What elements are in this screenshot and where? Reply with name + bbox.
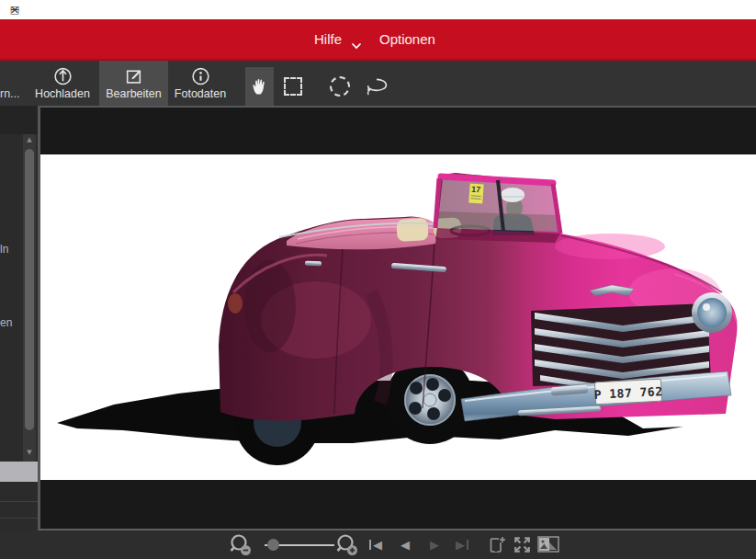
status-toolbar: ◀ ◀ ▶ ▶ <box>0 530 756 559</box>
car-seat <box>396 218 428 242</box>
next-image-button[interactable]: ▶ <box>430 538 439 552</box>
edit-label: Bearbeiten <box>106 87 161 100</box>
sidebar-item-clipped-2[interactable]: en <box>0 316 12 329</box>
upload-icon <box>53 66 73 86</box>
zoom-in-icon <box>334 532 360 557</box>
menu-item-optionen[interactable]: Optionen <box>379 31 435 47</box>
zoom-out-icon <box>228 532 254 557</box>
upload-button[interactable]: Hochladen <box>28 61 97 106</box>
sidebar-header <box>0 106 38 134</box>
info-icon <box>191 66 210 86</box>
sidebar-item-clipped-1[interactable]: ln <box>0 243 8 256</box>
image-canvas[interactable]: 17 <box>38 106 756 530</box>
tool-rect-select[interactable] <box>277 67 309 106</box>
sidebar-selected-row[interactable] <box>0 462 38 482</box>
sidebar-scrollbar-thumb[interactable] <box>25 149 34 430</box>
chevron-down-icon[interactable] <box>351 42 362 50</box>
compare-view-button[interactable] <box>537 536 560 553</box>
windshield-sticker: 17 <box>468 184 483 204</box>
sidebar: ln en ▲ ▼ <box>0 106 38 530</box>
close-icon: ✕ <box>10 4 19 17</box>
scroll-down-icon[interactable]: ▼ <box>23 449 36 456</box>
first-image-button[interactable]: ◀ <box>369 538 382 552</box>
close-button[interactable]: ✕ <box>0 0 29 19</box>
menubar: Hilfe Optionen <box>0 19 756 61</box>
last-icon: ▶ <box>456 538 465 552</box>
next-icon: ▶ <box>430 538 439 552</box>
tool-hand[interactable] <box>245 67 274 106</box>
zoom-slider-knob[interactable] <box>267 539 279 551</box>
app-window: ─ □ ✕ Hilfe Optionen rn... Hochladen Bea… <box>0 0 756 559</box>
photo-car: 17 <box>40 154 756 480</box>
first-bar <box>369 540 371 550</box>
ellipse-select-icon <box>330 76 350 97</box>
previous-icon: ◀ <box>401 538 410 552</box>
tool-lasso[interactable] <box>362 67 391 106</box>
photodata-label: Fotodaten <box>175 87 226 100</box>
rect-select-icon <box>284 77 302 96</box>
titlebar: ─ □ ✕ <box>0 0 756 19</box>
photo-viewport[interactable]: 17 <box>40 154 756 480</box>
sticker-text: 17 <box>471 185 481 195</box>
upload-label: Hochladen <box>35 87 90 100</box>
menu-item-hilfe[interactable]: Hilfe <box>314 31 342 47</box>
last-bar <box>467 540 468 550</box>
tool-ellipse-select[interactable] <box>323 67 356 106</box>
scroll-up-icon[interactable]: ▲ <box>23 136 36 143</box>
zoom-in-button[interactable] <box>334 532 360 557</box>
fullscreen-button[interactable] <box>512 534 533 555</box>
photodata-button[interactable]: Fotodaten <box>168 61 232 106</box>
sidebar-separator <box>0 501 38 502</box>
first-icon: ◀ <box>373 538 382 552</box>
door-handle <box>305 261 322 267</box>
headlight <box>692 292 732 333</box>
lasso-icon <box>365 77 389 96</box>
edit-icon <box>124 66 143 86</box>
last-image-button[interactable]: ▶ <box>456 538 468 552</box>
previous-image-button[interactable]: ◀ <box>401 538 410 552</box>
toolbar-clipped-button[interactable]: rn... <box>0 87 20 100</box>
edit-button[interactable]: Bearbeiten <box>99 61 168 106</box>
sidebar-separator <box>0 518 38 519</box>
compare-view-icon <box>537 536 560 553</box>
add-image-button[interactable] <box>487 535 506 554</box>
fullscreen-icon <box>512 534 533 555</box>
add-image-icon <box>487 535 506 554</box>
toolbar: rn... Hochladen Bearbeiten Fotodaten <box>0 61 756 106</box>
zoom-out-button[interactable] <box>228 532 254 557</box>
hand-icon <box>252 77 268 96</box>
license-plate: P 187 762 <box>593 379 663 405</box>
